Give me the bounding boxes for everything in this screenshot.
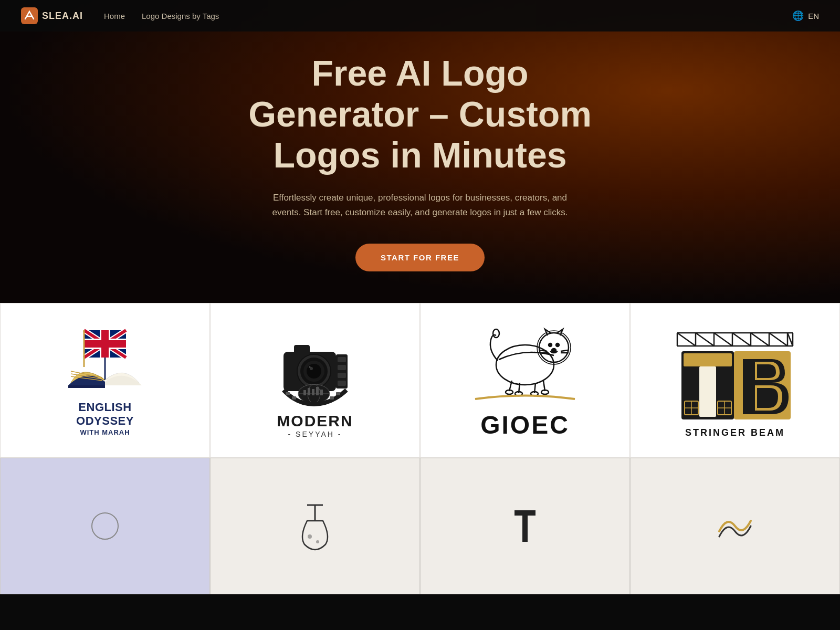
svg-rect-79	[699, 366, 716, 417]
bottom-card-1[interactable]	[0, 458, 210, 594]
bottom-card-2-preview	[289, 500, 341, 552]
bottom-card-3-preview	[499, 500, 551, 552]
language-icon: 🌐	[792, 10, 804, 22]
svg-rect-35	[330, 396, 334, 400]
bottom-card-1-preview	[84, 505, 126, 547]
gioec-title: GIOEC	[480, 411, 570, 439]
gioec-logo: GIOEC	[465, 321, 585, 439]
logo-link[interactable]: SLEA.AI	[21, 7, 83, 24]
english-odyssey-svg	[55, 325, 155, 393]
nav-tags-link[interactable]: Logo Designs by Tags	[142, 12, 219, 20]
svg-line-74	[751, 333, 769, 346]
logo-grid-section: ENGLISHODYSSEY WITH MARAH	[0, 303, 840, 594]
start-for-free-button[interactable]: START FOR FREE	[355, 244, 485, 271]
svg-rect-32	[286, 392, 290, 395]
svg-point-53	[549, 343, 552, 346]
svg-rect-39	[316, 387, 319, 395]
svg-rect-25	[338, 365, 346, 370]
svg-point-20	[307, 364, 321, 379]
logo-icon	[21, 7, 38, 24]
svg-rect-34	[336, 392, 340, 395]
svg-rect-78	[684, 353, 732, 366]
svg-point-49	[506, 390, 513, 394]
svg-point-22	[309, 366, 311, 368]
stringer-beam-logo: STRINGER BEAM	[672, 322, 798, 438]
english-odyssey-subtitle: WITH MARAH	[76, 428, 134, 436]
gioec-svg	[465, 321, 585, 405]
modern-seyyah-subtitle: - SEYYAH -	[277, 430, 353, 438]
svg-point-91	[308, 534, 312, 539]
svg-rect-33	[292, 396, 296, 400]
svg-rect-38	[312, 389, 314, 395]
modern-seyyah-svg	[268, 323, 362, 407]
svg-rect-87	[743, 359, 753, 414]
svg-line-72	[714, 333, 732, 346]
english-odyssey-logo: ENGLISHODYSSEY WITH MARAH	[55, 325, 155, 436]
stringer-beam-svg	[672, 322, 798, 427]
modern-seyyah-title: MODERN	[277, 412, 353, 430]
svg-point-88	[92, 513, 118, 539]
svg-point-54	[556, 343, 559, 346]
nav-links: Home Logo Designs by Tags	[104, 12, 771, 20]
svg-rect-13	[84, 340, 126, 348]
navbar: SLEA.AI Home Logo Designs by Tags 🌐 EN	[0, 0, 840, 32]
svg-rect-94	[522, 516, 528, 542]
svg-line-56	[540, 350, 547, 351]
svg-rect-37	[308, 388, 310, 395]
hero-subtitle: Effortlessly create unique, professional…	[262, 191, 578, 221]
logo-card-english-odyssey[interactable]: ENGLISHODYSSEY WITH MARAH	[0, 303, 210, 458]
svg-rect-40	[320, 390, 323, 395]
svg-point-44	[493, 329, 499, 338]
bottom-card-4-preview	[709, 500, 761, 552]
logo-card-stringer-beam[interactable]: STRINGER BEAM	[630, 303, 840, 458]
nav-home-link[interactable]: Home	[104, 12, 125, 20]
bottom-card-3[interactable]	[420, 458, 630, 594]
hero-section: Free AI Logo Generator – Custom Logos in…	[0, 0, 840, 303]
lang-label: EN	[808, 12, 819, 20]
svg-line-73	[732, 333, 751, 346]
logo-card-gioec[interactable]: GIOEC	[420, 303, 630, 458]
logo-text: SLEA.AI	[42, 10, 83, 22]
svg-point-42	[539, 333, 569, 362]
svg-point-55	[552, 349, 556, 352]
svg-line-58	[561, 350, 568, 351]
modern-seyyah-logo: MODERN - SEYYAH -	[268, 323, 362, 438]
svg-point-43	[537, 331, 571, 364]
svg-rect-93	[514, 510, 536, 516]
svg-line-76	[788, 333, 793, 346]
bottom-card-4[interactable]	[630, 458, 840, 594]
svg-rect-36	[303, 390, 306, 395]
svg-line-71	[696, 333, 714, 346]
svg-point-92	[316, 540, 319, 543]
logo-card-modern-seyyah[interactable]: MODERN - SEYYAH -	[210, 303, 420, 458]
svg-line-70	[677, 333, 696, 346]
english-odyssey-title: ENGLISHODYSSEY	[76, 401, 134, 428]
stringer-beam-title: STRINGER BEAM	[685, 427, 785, 438]
svg-rect-27	[338, 381, 346, 386]
svg-point-52	[541, 390, 549, 394]
hero-title: Free AI Logo Generator – Custom Logos in…	[223, 52, 617, 176]
svg-rect-24	[338, 357, 346, 362]
bottom-logo-row	[0, 458, 840, 594]
logo-grid: ENGLISHODYSSEY WITH MARAH	[0, 303, 840, 458]
svg-rect-16	[294, 345, 310, 354]
bottom-card-2[interactable]	[210, 458, 420, 594]
nav-right: 🌐 EN	[792, 10, 819, 22]
svg-line-75	[769, 333, 788, 346]
svg-rect-26	[338, 373, 346, 378]
